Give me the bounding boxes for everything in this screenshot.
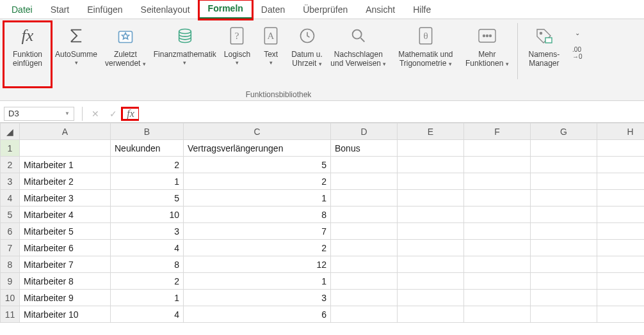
cell[interactable]: 5 xyxy=(111,190,184,206)
row-header[interactable]: 8 xyxy=(1,256,20,273)
cell[interactable]: 1 xyxy=(111,290,184,306)
row-header[interactable]: 4 xyxy=(1,190,20,206)
cell[interactable] xyxy=(331,256,398,273)
row-header[interactable]: 10 xyxy=(1,290,20,306)
insert-function-fx-button[interactable]: fx xyxy=(122,108,139,120)
cell[interactable]: 8 xyxy=(184,206,331,223)
cell[interactable] xyxy=(464,157,531,173)
cell[interactable]: 6 xyxy=(184,306,331,323)
cell[interactable] xyxy=(597,173,645,190)
cell[interactable]: 4 xyxy=(111,240,184,256)
enter-formula-button[interactable]: ✓ xyxy=(104,109,122,119)
cell[interactable] xyxy=(331,206,398,223)
row-header[interactable]: 2 xyxy=(1,157,20,173)
cell[interactable] xyxy=(597,206,645,223)
cell[interactable] xyxy=(331,157,398,173)
cell[interactable]: Vertragsverlängerungen xyxy=(184,140,331,157)
spreadsheet-grid[interactable]: ◢ A B C D E F G H 1 Neukunden Vertragsve… xyxy=(0,123,644,323)
cell[interactable] xyxy=(597,306,645,323)
cell[interactable] xyxy=(398,140,464,157)
recent-functions-button[interactable]: Zuletztverwendet ▾ xyxy=(101,22,150,82)
cell[interactable] xyxy=(531,140,597,157)
cell[interactable] xyxy=(464,140,531,157)
cell[interactable] xyxy=(464,306,531,323)
column-header[interactable]: B xyxy=(111,123,184,140)
tab-file[interactable]: Datei xyxy=(3,0,42,19)
cell[interactable] xyxy=(331,290,398,306)
cell[interactable]: 8 xyxy=(111,256,184,273)
name-manager-button[interactable]: Namens-Manager xyxy=(522,22,567,82)
cell[interactable]: 1 xyxy=(184,190,331,206)
cell[interactable] xyxy=(331,173,398,190)
cell[interactable] xyxy=(597,140,645,157)
column-header[interactable]: E xyxy=(398,123,464,140)
cell[interactable] xyxy=(597,256,645,273)
cell[interactable]: 7 xyxy=(184,223,331,240)
cell[interactable]: 3 xyxy=(184,290,331,306)
cell[interactable]: 2 xyxy=(184,173,331,190)
cell[interactable]: Mitarbeiter 10 xyxy=(20,306,111,323)
cell[interactable] xyxy=(398,223,464,240)
cell[interactable]: 1 xyxy=(111,173,184,190)
cell[interactable] xyxy=(398,306,464,323)
cell[interactable]: Mitarbeiter 8 xyxy=(20,273,111,290)
cell[interactable]: Mitarbeiter 3 xyxy=(20,190,111,206)
cell[interactable] xyxy=(531,190,597,206)
column-header[interactable]: F xyxy=(464,123,531,140)
cell[interactable] xyxy=(398,256,464,273)
cell[interactable] xyxy=(597,190,645,206)
tab-help[interactable]: Hilfe xyxy=(404,0,440,19)
decrease-decimals-button[interactable]: .00→0 xyxy=(569,46,586,60)
text-button[interactable]: A Text ▾ xyxy=(254,22,287,82)
cell[interactable]: Mitarbeiter 6 xyxy=(20,240,111,256)
row-header[interactable]: 5 xyxy=(1,206,20,223)
cell[interactable]: 1 xyxy=(184,273,331,290)
cell[interactable] xyxy=(398,173,464,190)
column-header[interactable]: G xyxy=(531,123,597,140)
cell[interactable]: Mitarbeiter 9 xyxy=(20,290,111,306)
column-header[interactable]: H xyxy=(597,123,645,140)
more-functions-button[interactable]: MehrFunktionen ▾ xyxy=(461,22,513,82)
cell[interactable] xyxy=(531,173,597,190)
cell[interactable] xyxy=(531,273,597,290)
cell[interactable] xyxy=(597,157,645,173)
cell[interactable] xyxy=(464,240,531,256)
cell[interactable]: Mitarbeiter 4 xyxy=(20,206,111,223)
row-header[interactable]: 11 xyxy=(1,306,20,323)
cell[interactable]: 10 xyxy=(111,206,184,223)
cell[interactable] xyxy=(398,273,464,290)
cell[interactable] xyxy=(531,256,597,273)
cell[interactable] xyxy=(464,256,531,273)
cell[interactable] xyxy=(398,240,464,256)
tab-insert[interactable]: Einfügen xyxy=(78,0,131,19)
column-header[interactable]: D xyxy=(331,123,398,140)
tab-view[interactable]: Ansicht xyxy=(357,0,404,19)
cell[interactable]: Bonus xyxy=(331,140,398,157)
insert-function-button[interactable]: fx Funktioneinfügen xyxy=(4,22,51,87)
datetime-button[interactable]: Datum u.Uhrzeit ▾ xyxy=(287,22,326,82)
select-all-corner[interactable]: ◢ xyxy=(1,123,20,140)
cell[interactable]: Mitarbeiter 5 xyxy=(20,223,111,240)
row-header[interactable]: 3 xyxy=(1,173,20,190)
cell[interactable]: Mitarbeiter 1 xyxy=(20,157,111,173)
logical-button[interactable]: ? Logisch ▾ xyxy=(220,22,254,82)
overflow-button[interactable]: ⌄ xyxy=(569,26,586,40)
tab-formulas[interactable]: Formeln xyxy=(199,0,252,19)
cell[interactable] xyxy=(398,290,464,306)
row-header[interactable]: 9 xyxy=(1,273,20,290)
cell[interactable] xyxy=(331,240,398,256)
cell[interactable]: Neukunden xyxy=(111,140,184,157)
lookup-button[interactable]: Nachschlagenund Verweisen ▾ xyxy=(326,22,390,82)
cell[interactable] xyxy=(597,240,645,256)
cell[interactable] xyxy=(398,157,464,173)
tab-review[interactable]: Überprüfen xyxy=(294,0,357,19)
tab-layout[interactable]: Seitenlayout xyxy=(132,0,199,19)
cell[interactable] xyxy=(531,206,597,223)
cell[interactable]: Mitarbeiter 7 xyxy=(20,256,111,273)
cell[interactable] xyxy=(331,223,398,240)
cell[interactable]: 4 xyxy=(111,306,184,323)
cell[interactable]: 12 xyxy=(184,256,331,273)
column-header[interactable]: A xyxy=(20,123,111,140)
cancel-formula-button[interactable]: ✕ xyxy=(86,109,104,119)
financial-button[interactable]: Finanzmathematik ▾ xyxy=(150,22,220,82)
